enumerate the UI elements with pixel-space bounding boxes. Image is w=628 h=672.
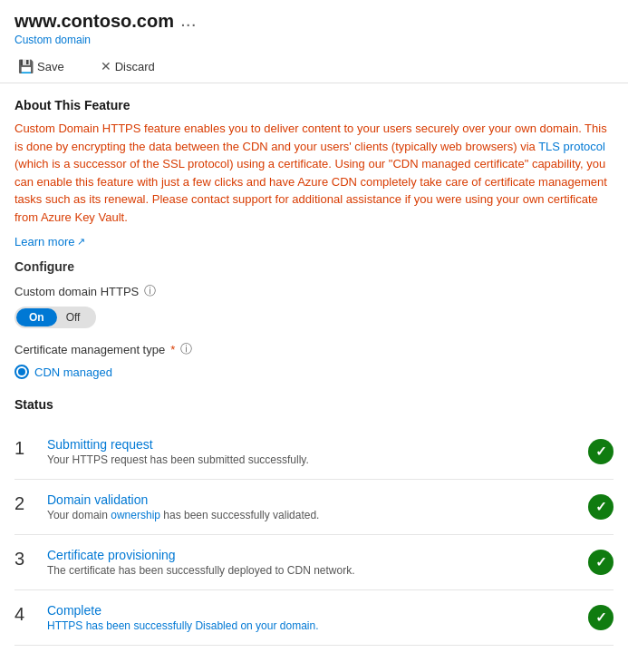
cert-type-label: Certificate management type — [14, 343, 165, 356]
status-number-4: 4 — [14, 603, 40, 625]
cert-type-row: Certificate management type * ⓘ — [14, 341, 614, 357]
desc2-part1: Your domain — [47, 509, 111, 521]
save-label: Save — [37, 60, 64, 73]
status-section-title: Status — [14, 397, 614, 412]
status-item-1: 1 Submitting request Your HTTPS request … — [14, 424, 614, 480]
check-icon-4: ✓ — [595, 609, 607, 626]
desc-text-2: (which is a successor of the SSL protoco… — [14, 157, 607, 224]
cdn-managed-label: CDN managed — [34, 365, 112, 379]
status-content-2: Domain validation Your domain ownership … — [47, 492, 579, 521]
tls-link[interactable]: TLS protocol — [538, 140, 605, 153]
status-content-4: Complete HTTPS has been successfully Dis… — [47, 603, 579, 632]
discard-label: Discard — [115, 60, 155, 73]
save-icon: 💾 — [18, 59, 34, 73]
status-title-3: Certificate provisioning — [47, 548, 579, 562]
configure-section-title: Configure — [14, 259, 614, 274]
status-desc-3: The certificate has been successfully de… — [47, 564, 579, 577]
about-description: Custom Domain HTTPS feature enables you … — [14, 120, 614, 226]
check-icon-2: ✓ — [595, 499, 607, 515]
cert-info-icon[interactable]: ⓘ — [180, 341, 192, 357]
main-content: About This Feature Custom Domain HTTPS f… — [0, 83, 628, 660]
desc4-text: HTTPS has been successfully Disabled on … — [47, 619, 318, 632]
desc-text-1: Custom Domain HTTPS feature enables you … — [14, 122, 607, 153]
status-number-2: 2 — [14, 492, 40, 514]
status-desc-4: HTTPS has been successfully Disabled on … — [47, 619, 579, 632]
about-section-title: About This Feature — [14, 98, 614, 112]
status-content-1: Submitting request Your HTTPS request ha… — [47, 437, 579, 466]
status-content-3: Certificate provisioning The certificate… — [47, 548, 579, 577]
status-desc-2: Your domain ownership has been successfu… — [47, 509, 579, 521]
status-check-4: ✓ — [588, 605, 614, 630]
learn-more-link[interactable]: Learn more ↗ — [14, 235, 85, 248]
save-button[interactable]: 💾 Save — [14, 57, 68, 75]
status-check-3: ✓ — [588, 550, 614, 575]
status-title-2: Domain validation — [47, 492, 579, 507]
status-title-1: Submitting request — [47, 437, 579, 452]
required-indicator: * — [170, 343, 175, 356]
learn-more-text: Learn more — [14, 235, 74, 248]
check-icon-1: ✓ — [595, 443, 607, 460]
status-check-2: ✓ — [588, 494, 614, 520]
cdn-managed-option[interactable]: CDN managed — [14, 365, 614, 379]
more-options-icon[interactable]: ... — [181, 15, 198, 29]
status-item-4: 4 Complete HTTPS has been successfully D… — [14, 590, 614, 646]
https-toggle[interactable]: On Off — [14, 307, 96, 328]
https-field-row: Custom domain HTTPS ⓘ — [14, 283, 614, 299]
toolbar: 💾 Save ✕ Discard — [0, 50, 628, 83]
status-section: Status 1 Submitting request Your HTTPS r… — [14, 397, 614, 646]
https-label: Custom domain HTTPS — [14, 285, 139, 298]
radio-button-cdn[interactable] — [14, 365, 29, 379]
status-title-4: Complete — [47, 603, 579, 618]
check-icon-3: ✓ — [595, 554, 607, 570]
ownership-link[interactable]: ownership — [111, 509, 160, 521]
radio-inner-dot — [18, 368, 25, 375]
discard-icon: ✕ — [101, 59, 111, 73]
status-item-3: 3 Certificate provisioning The certifica… — [14, 535, 614, 590]
discard-button[interactable]: ✕ Discard — [97, 57, 159, 75]
domain-name: www.contoso.com — [14, 11, 174, 32]
status-number-3: 3 — [14, 548, 40, 570]
external-link-icon: ↗ — [77, 236, 85, 248]
desc2-part2: has been successfully validated. — [160, 509, 319, 521]
status-check-1: ✓ — [588, 439, 614, 464]
page-subtitle: Custom domain — [14, 34, 614, 46]
status-item-2: 2 Domain validation Your domain ownershi… — [14, 480, 614, 535]
toggle-on-button[interactable]: On — [16, 308, 57, 326]
status-number-1: 1 — [14, 437, 40, 459]
toggle-off-button[interactable]: Off — [57, 308, 90, 326]
page-title: www.contoso.com ... — [14, 11, 614, 32]
https-info-icon[interactable]: ⓘ — [144, 283, 156, 299]
page-header: www.contoso.com ... Custom domain — [0, 0, 628, 50]
status-desc-1: Your HTTPS request has been submitted su… — [47, 453, 579, 466]
